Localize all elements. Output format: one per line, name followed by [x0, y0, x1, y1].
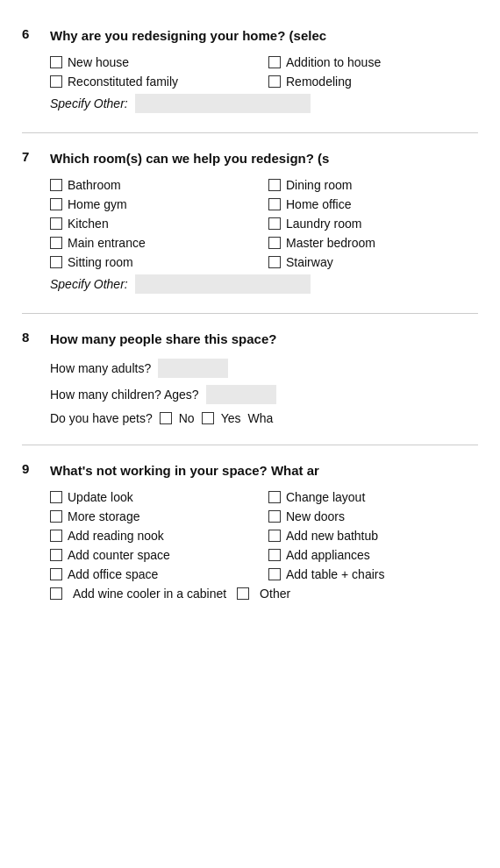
checkbox-change-layout[interactable]: [268, 491, 281, 503]
checkbox-new-doors[interactable]: [268, 510, 281, 523]
checkbox-sitting-room[interactable]: [50, 256, 62, 268]
checkbox-add-reading-nook[interactable]: [50, 530, 62, 542]
option-new-doors[interactable]: New doors: [268, 509, 478, 523]
option-reconstituted-family[interactable]: Reconstituted family: [50, 75, 260, 89]
checkbox-laundry-room[interactable]: [268, 217, 281, 230]
checkbox-add-appliances[interactable]: [268, 549, 281, 561]
option-kitchen-label: Kitchen: [68, 217, 109, 231]
pets-label: Do you have pets?: [50, 411, 153, 425]
option-add-table-chairs[interactable]: Add table + chairs: [268, 567, 478, 581]
question-8-header: 8 How many people share this space?: [22, 330, 478, 348]
option-add-office-space[interactable]: Add office space: [50, 567, 260, 581]
checkbox-pets-no[interactable]: [160, 412, 172, 424]
option-dining-room[interactable]: Dining room: [268, 178, 478, 192]
question-6-specify-input[interactable]: [135, 94, 311, 113]
question-7-specify-input[interactable]: [135, 274, 311, 294]
option-add-wine-cooler[interactable]: Add wine cooler in a cabinet Other: [50, 587, 478, 601]
option-new-house-label: New house: [68, 55, 129, 69]
checkbox-home-office[interactable]: [268, 198, 281, 210]
checkbox-other[interactable]: [237, 587, 249, 600]
children-input[interactable]: [206, 385, 276, 404]
checkbox-new-house[interactable]: [50, 56, 62, 68]
question-7-specify-row: Specify Other:: [50, 274, 478, 294]
option-bathroom-label: Bathroom: [68, 178, 121, 192]
question-6-text: Why are you redesigning your home? (sele…: [50, 26, 326, 45]
checkbox-master-bedroom[interactable]: [268, 237, 281, 249]
checkbox-add-wine-cooler[interactable]: [50, 587, 62, 600]
checkbox-home-gym[interactable]: [50, 198, 62, 210]
option-add-counter-space-label: Add counter space: [68, 548, 170, 562]
adults-input[interactable]: [158, 359, 228, 378]
checkbox-add-new-bathtub[interactable]: [268, 530, 281, 542]
option-add-office-space-label: Add office space: [68, 567, 158, 581]
checkbox-main-entrance[interactable]: [50, 237, 62, 249]
children-label: How many children? Ages?: [50, 388, 199, 402]
option-laundry-room[interactable]: Laundry room: [268, 217, 478, 231]
checkbox-update-look[interactable]: [50, 491, 62, 503]
option-add-new-bathtub-label: Add new bathtub: [286, 529, 378, 543]
option-update-look-label: Update look: [68, 490, 133, 504]
question-7-number: 7: [22, 149, 46, 164]
option-bathroom[interactable]: Bathroom: [50, 178, 260, 192]
option-add-table-chairs-label: Add table + chairs: [286, 567, 384, 581]
option-home-gym[interactable]: Home gym: [50, 197, 260, 211]
option-home-gym-label: Home gym: [68, 197, 127, 211]
option-update-look[interactable]: Update look: [50, 490, 260, 504]
question-8-body: How many adults? How many children? Ages…: [50, 359, 478, 425]
option-remodeling-label: Remodeling: [286, 75, 352, 89]
option-master-bedroom[interactable]: Master bedroom: [268, 236, 478, 250]
checkbox-add-office-space[interactable]: [50, 568, 62, 580]
pets-yes-label: Yes: [221, 411, 241, 425]
checkbox-stairway[interactable]: [268, 256, 281, 268]
question-7-header: 7 Which room(s) can we help you redesign…: [22, 149, 478, 167]
option-add-reading-nook[interactable]: Add reading nook: [50, 529, 260, 543]
option-addition-to-house-label: Addition to house: [286, 55, 381, 69]
option-home-office[interactable]: Home office: [268, 197, 478, 211]
option-more-storage[interactable]: More storage: [50, 509, 260, 523]
divider-8-9: [22, 445, 478, 445]
option-other-label: Other: [260, 587, 290, 601]
checkbox-kitchen[interactable]: [50, 217, 62, 230]
question-8-text: How many people share this space?: [50, 330, 276, 348]
option-main-entrance[interactable]: Main entrance: [50, 236, 260, 250]
option-change-layout[interactable]: Change layout: [268, 490, 478, 504]
question-6-specify-row: Specify Other:: [50, 94, 478, 113]
checkbox-reconstituted-family[interactable]: [50, 75, 62, 88]
option-stairway-label: Stairway: [286, 255, 333, 269]
option-main-entrance-label: Main entrance: [68, 236, 146, 250]
divider-7-8: [22, 313, 478, 314]
option-master-bedroom-label: Master bedroom: [286, 236, 375, 250]
option-add-new-bathtub[interactable]: Add new bathtub: [268, 529, 478, 543]
option-more-storage-label: More storage: [68, 509, 139, 523]
option-remodeling[interactable]: Remodeling: [268, 75, 478, 89]
option-stairway[interactable]: Stairway: [268, 255, 478, 269]
question-6-header: 6 Why are you redesigning your home? (se…: [22, 26, 478, 45]
question-9: 9 What's not working in your space? What…: [22, 461, 478, 601]
option-add-appliances[interactable]: Add appliances: [268, 548, 478, 562]
survey-page: 6 Why are you redesigning your home? (se…: [13, 0, 487, 646]
option-kitchen[interactable]: Kitchen: [50, 217, 260, 231]
question-9-text: What's not working in your space? What a…: [50, 461, 319, 480]
question-6: 6 Why are you redesigning your home? (se…: [22, 26, 478, 113]
question-7-options: Bathroom Dining room Home gym Home offic…: [50, 178, 478, 269]
checkbox-pets-yes[interactable]: [202, 412, 214, 424]
checkbox-bathroom[interactable]: [50, 179, 62, 191]
option-add-counter-space[interactable]: Add counter space: [50, 548, 260, 562]
option-addition-to-house[interactable]: Addition to house: [268, 55, 478, 69]
question-6-specify-label: Specify Other:: [50, 96, 128, 110]
checkbox-add-table-chairs[interactable]: [268, 568, 281, 580]
checkbox-dining-room[interactable]: [268, 179, 281, 191]
option-change-layout-label: Change layout: [286, 490, 365, 504]
option-home-office-label: Home office: [286, 197, 351, 211]
option-laundry-room-label: Laundry room: [286, 217, 361, 231]
checkbox-remodeling[interactable]: [268, 75, 281, 88]
option-reconstituted-family-label: Reconstituted family: [68, 75, 178, 89]
option-new-house[interactable]: New house: [50, 55, 260, 69]
question-7: 7 Which room(s) can we help you redesign…: [22, 149, 478, 294]
children-row: How many children? Ages?: [50, 385, 478, 404]
checkbox-more-storage[interactable]: [50, 510, 62, 523]
adults-label: How many adults?: [50, 361, 151, 375]
option-sitting-room[interactable]: Sitting room: [50, 255, 260, 269]
checkbox-add-counter-space[interactable]: [50, 549, 62, 561]
checkbox-addition-to-house[interactable]: [268, 56, 281, 68]
